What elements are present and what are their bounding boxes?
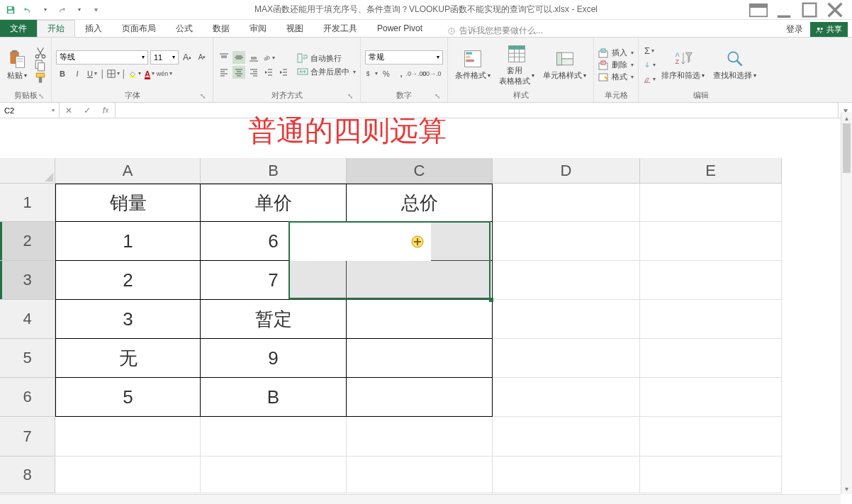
ribbon-options-icon[interactable] [749,3,768,17]
grid-cell[interactable]: B [201,378,347,417]
align-center-icon[interactable] [232,66,245,79]
grid-cell[interactable]: 总价 [347,184,493,222]
grid-cell[interactable] [640,222,782,261]
grid-cell[interactable] [493,184,640,222]
row-header[interactable]: 1 [0,184,55,222]
clear-icon[interactable] [643,73,656,86]
tab-developer[interactable]: 开发工具 [313,20,367,37]
underline-icon[interactable]: U [86,67,99,80]
column-header[interactable]: A [55,158,201,184]
fill-handle[interactable] [489,298,493,302]
clipboard-launcher-icon[interactable]: ⤡ [37,92,45,101]
cell-styles-button[interactable]: 单元格样式▾ [540,47,589,82]
grid-cell[interactable] [640,339,782,378]
grid-cell[interactable] [493,261,640,300]
number-launcher-icon[interactable]: ⤡ [433,92,442,101]
format-as-table-button[interactable]: 套用 表格格式▾ [496,43,537,88]
redo-dropdown-icon[interactable] [72,4,85,16]
tab-insert[interactable]: 插入 [75,20,112,37]
minimize-icon[interactable] [774,3,794,17]
grid-cell[interactable] [640,378,782,417]
row-header[interactable]: 8 [0,457,55,493]
align-top-icon[interactable] [218,51,230,64]
grid-cell[interactable] [640,184,782,222]
tell-me-search[interactable]: 告诉我您想要做什么... [432,25,543,37]
grid-cell[interactable] [493,222,640,261]
vertical-scrollbar[interactable]: ▴ ▾ [841,112,852,494]
font-size-combo[interactable]: 11▾ [150,50,179,65]
paste-button[interactable]: 粘贴▾ [4,47,30,82]
grid-cell[interactable]: 无 [55,339,201,378]
tab-formulas[interactable]: 公式 [166,20,203,37]
phonetic-icon[interactable]: wén [158,67,171,80]
percent-format-icon[interactable]: % [380,67,393,80]
row-header[interactable]: 4 [0,300,55,339]
column-header[interactable]: B [201,158,347,184]
grid-cell[interactable] [640,261,782,300]
scroll-up-icon[interactable]: ▴ [841,112,852,123]
column-header[interactable]: C [347,158,493,184]
align-left-icon[interactable] [218,66,230,79]
row-header[interactable]: 7 [0,417,55,457]
row-header[interactable]: 3 [0,261,55,300]
insert-cells-button[interactable]: +插入 [598,47,634,58]
row-header[interactable]: 2 [0,222,55,261]
tab-review[interactable]: 审阅 [240,20,276,37]
row-header[interactable]: 6 [0,378,55,417]
share-button[interactable]: 共享 [810,22,848,37]
grid-cell[interactable] [640,417,782,457]
grid-cell[interactable] [347,417,493,457]
grid-cell[interactable] [55,457,201,493]
grid-cell[interactable]: 9 [201,339,347,378]
grid-cell[interactable] [493,300,640,339]
grid-cell[interactable] [493,417,640,457]
grid-cell[interactable] [201,457,347,493]
close-icon[interactable] [825,3,845,17]
tab-page-layout[interactable]: 页面布局 [112,20,166,37]
decrease-font-icon[interactable]: A▾ [196,51,208,64]
borders-icon[interactable] [107,67,120,80]
autosum-icon[interactable]: Σ [643,45,656,57]
fx-icon[interactable]: fx [96,106,115,116]
merge-center-button[interactable]: 合并后居中 [297,66,356,77]
grid-cell[interactable] [640,457,782,493]
delete-cells-button[interactable]: ×删除 [598,60,634,70]
horizontal-scrollbar[interactable] [0,494,841,504]
grid-cell[interactable]: 2 [55,261,201,300]
fill-icon[interactable] [643,59,656,72]
orientation-icon[interactable]: ab [262,51,275,64]
undo-icon[interactable] [21,4,34,16]
grid-cell[interactable]: 5 [55,378,201,417]
increase-indent-icon[interactable] [277,66,290,79]
font-launcher-icon[interactable]: ⤡ [198,92,207,101]
grid-cell[interactable] [493,457,640,493]
bold-icon[interactable]: B [56,67,69,80]
grid-cell[interactable]: 暂定 [201,300,347,339]
maximize-icon[interactable] [800,3,819,17]
save-icon[interactable] [4,4,17,16]
grid-cell[interactable] [347,378,493,417]
copy-icon[interactable] [34,60,47,71]
tab-file[interactable]: 文件 [0,20,37,37]
find-select-button[interactable]: 查找和选择▾ [710,47,759,82]
grid-cell[interactable] [201,417,347,457]
grid-cell[interactable]: 单价 [201,184,347,222]
select-all-corner[interactable] [0,158,55,184]
cut-icon[interactable] [34,47,47,58]
formula-input[interactable] [116,103,838,118]
format-painter-icon[interactable] [34,72,47,84]
font-color-icon[interactable]: A [143,67,156,80]
grid-cell[interactable]: 1 [55,222,201,261]
sort-filter-button[interactable]: AZ 排序和筛选▾ [658,47,707,82]
wrap-text-button[interactable]: 自动换行 [297,52,356,64]
align-middle-icon[interactable] [232,51,245,64]
grid-cell[interactable] [493,339,640,378]
grid-cell[interactable] [493,378,640,417]
align-bottom-icon[interactable] [247,51,260,64]
tab-data[interactable]: 数据 [203,20,240,37]
name-box[interactable]: C2▾ [0,103,60,118]
redo-icon[interactable] [55,4,68,16]
tab-home[interactable]: 开始 [37,20,75,37]
scroll-thumb[interactable] [843,123,851,173]
column-header[interactable]: E [640,158,782,184]
